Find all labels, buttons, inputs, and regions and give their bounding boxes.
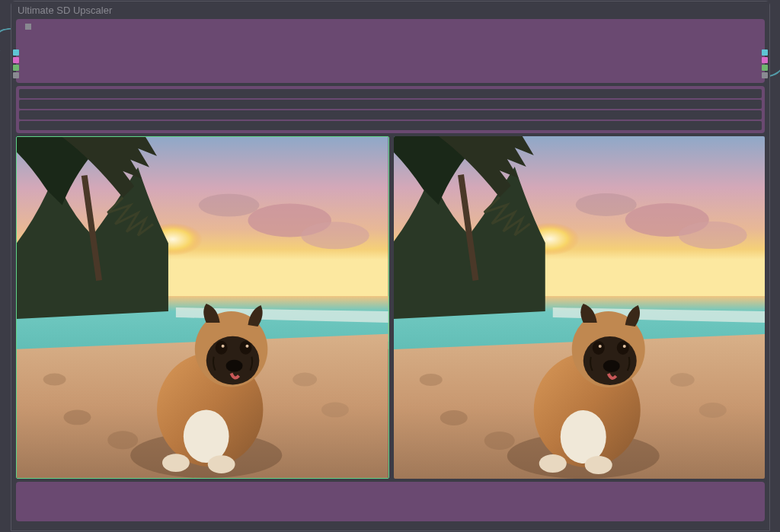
svg-point-39 bbox=[539, 454, 566, 473]
preview-image-2[interactable] bbox=[394, 136, 766, 479]
input-port-positive[interactable] bbox=[13, 57, 19, 63]
param-row[interactable] bbox=[19, 100, 762, 109]
svg-point-10 bbox=[321, 402, 349, 417]
output-port-mask[interactable] bbox=[762, 65, 768, 71]
svg-point-31 bbox=[484, 432, 514, 450]
input-port-model[interactable] bbox=[13, 49, 19, 56]
svg-point-34 bbox=[698, 403, 726, 418]
svg-point-14 bbox=[184, 409, 229, 463]
output-ports bbox=[762, 49, 768, 78]
input-port-vae[interactable] bbox=[13, 72, 19, 78]
svg-point-6 bbox=[64, 409, 91, 425]
input-ports bbox=[13, 49, 19, 78]
svg-point-46 bbox=[622, 345, 625, 348]
output-port-info[interactable] bbox=[762, 72, 768, 78]
svg-point-44 bbox=[598, 345, 601, 348]
param-row[interactable] bbox=[19, 89, 762, 98]
svg-point-22 bbox=[245, 345, 248, 348]
svg-point-38 bbox=[560, 410, 606, 464]
svg-point-30 bbox=[440, 410, 467, 425]
preview-image-1[interactable] bbox=[16, 136, 389, 479]
svg-point-7 bbox=[107, 431, 138, 449]
svg-point-15 bbox=[162, 454, 190, 472]
svg-point-16 bbox=[208, 455, 235, 473]
svg-point-45 bbox=[616, 341, 628, 355]
svg-point-33 bbox=[670, 373, 694, 387]
collapse-toggle-icon[interactable] bbox=[25, 24, 31, 30]
svg-point-23 bbox=[226, 360, 243, 372]
node-header-area[interactable] bbox=[16, 19, 765, 83]
param-row[interactable] bbox=[19, 121, 762, 130]
output-port-image[interactable] bbox=[762, 49, 768, 56]
svg-point-32 bbox=[419, 374, 442, 386]
svg-point-9 bbox=[292, 373, 317, 387]
svg-point-8 bbox=[43, 374, 66, 386]
image-preview-area bbox=[16, 136, 765, 479]
svg-point-47 bbox=[603, 360, 619, 372]
svg-point-21 bbox=[240, 341, 252, 355]
output-port-latent[interactable] bbox=[762, 57, 768, 63]
upscaler-node[interactable]: Ultimate SD Upscaler bbox=[11, 1, 770, 531]
svg-point-43 bbox=[592, 341, 604, 355]
svg-point-19 bbox=[216, 341, 228, 355]
node-title: Ultimate SD Upscaler bbox=[11, 2, 769, 19]
input-port-negative[interactable] bbox=[13, 65, 19, 71]
parameters-panel bbox=[16, 86, 765, 133]
svg-point-40 bbox=[584, 456, 612, 474]
svg-point-20 bbox=[222, 345, 225, 348]
param-row[interactable] bbox=[19, 110, 762, 119]
bottom-panel[interactable] bbox=[16, 482, 765, 521]
